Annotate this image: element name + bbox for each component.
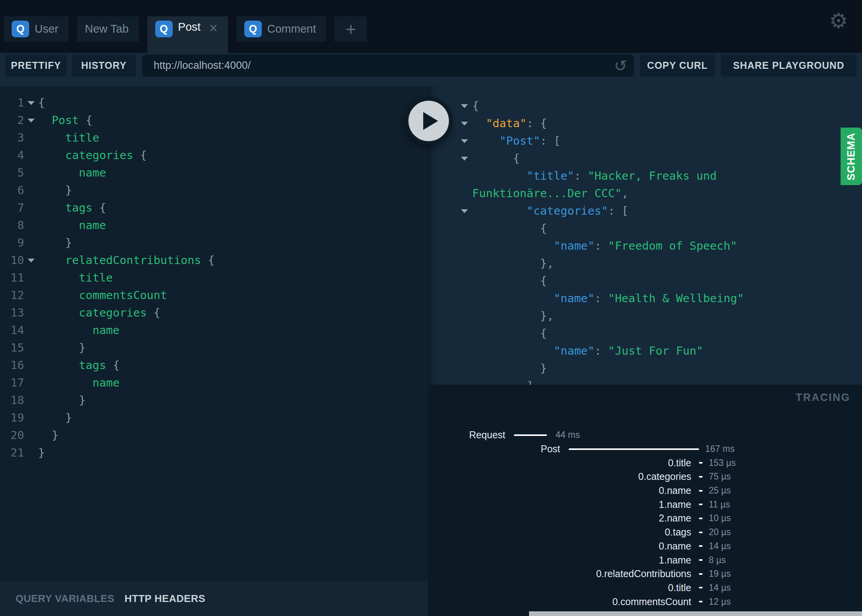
tab-http-headers[interactable]: HTTP HEADERS — [124, 593, 205, 605]
fold-arrow-icon[interactable] — [24, 94, 38, 112]
code-token: { — [540, 327, 547, 340]
fold-arrow-icon[interactable] — [461, 132, 472, 150]
code-token: "title" — [527, 169, 574, 182]
query-editor-pane[interactable]: 1{2Post {3title4categories {5name6}7tags… — [0, 86, 428, 581]
code-token: }, — [540, 309, 554, 322]
fold-arrow-slot — [24, 199, 38, 217]
tab-label: Comment — [267, 23, 316, 35]
code-token: { — [472, 99, 479, 112]
copy-curl-button[interactable]: COPY CURL — [640, 54, 715, 77]
code-token: { — [154, 306, 160, 319]
tracing-duration: 153 µs — [709, 458, 736, 468]
response-line: { — [428, 97, 862, 115]
code-token: { — [208, 254, 214, 267]
query-editor-lines: 1{2Post {3title4categories {5name6}7tags… — [0, 86, 428, 462]
endpoint-url-input[interactable] — [142, 60, 607, 72]
tab-new-tab[interactable]: New Tab — [77, 16, 138, 42]
code-token: } — [540, 362, 547, 375]
code-token: "Health & Wellbeing" — [608, 292, 744, 305]
tab-post[interactable]: QPost× — [147, 16, 228, 55]
code-text: title — [38, 129, 99, 147]
code-token: : — [540, 134, 554, 147]
response-json-lines: {"data": {"Post": [{"title": "Hacker, Fr… — [428, 86, 862, 385]
response-line: { — [428, 150, 862, 167]
editor-line: 14name — [0, 322, 428, 339]
fold-arrow-slot — [24, 182, 38, 199]
settings-gear-icon[interactable]: ⚙ — [829, 9, 848, 33]
code-text: categories { — [38, 304, 160, 322]
code-token: "name" — [554, 239, 595, 252]
code-text: name — [38, 322, 120, 339]
code-token: } — [52, 429, 58, 442]
reload-schema-icon[interactable]: ↺ — [607, 57, 634, 75]
tracing-row: 0.name25 µs — [428, 484, 862, 498]
code-token: categories — [79, 306, 154, 319]
code-text: "data": { — [472, 115, 547, 132]
fold-arrow-icon[interactable] — [461, 202, 472, 220]
response-line: Funktionäre...Der CCC", — [428, 185, 862, 202]
code-token: [ — [554, 134, 561, 147]
tracing-label: Request — [428, 429, 505, 441]
code-text: { — [38, 94, 45, 112]
close-tab-icon[interactable]: × — [209, 21, 218, 35]
response-line: ] — [428, 377, 862, 385]
tracing-label: 0.categories — [428, 471, 691, 482]
code-text: "name": "Just For Fun" — [472, 342, 703, 360]
code-token: name — [79, 166, 106, 179]
tracing-label: 0.relatedContributions — [428, 568, 691, 579]
fold-arrow-slot — [24, 322, 38, 339]
code-token: { — [86, 114, 92, 127]
line-number: 20 — [0, 427, 24, 444]
fold-arrow-icon[interactable] — [461, 115, 472, 132]
line-number: 12 — [0, 287, 24, 304]
horizontal-scrollbar[interactable] — [529, 611, 862, 616]
response-line: "name": "Just For Fun" — [428, 342, 862, 360]
code-text: title — [38, 269, 113, 287]
code-token: } — [79, 394, 86, 407]
fold-arrow-icon[interactable] — [461, 150, 472, 167]
triangle-down-icon — [461, 209, 468, 213]
code-text: "categories": [ — [472, 202, 629, 220]
fold-arrow-slot — [24, 339, 38, 357]
code-text: } — [38, 444, 45, 462]
graphql-playground: QUserNew TabQPost×QComment+ ⚙ PRETTIFY H… — [0, 0, 862, 616]
line-number: 14 — [0, 322, 24, 339]
code-token: "Post" — [499, 134, 540, 147]
code-token: { — [38, 96, 45, 109]
fold-arrow-icon[interactable] — [24, 112, 38, 129]
line-number: 16 — [0, 357, 24, 374]
fold-arrow-slot — [461, 360, 472, 377]
code-token: title — [65, 131, 99, 144]
code-text: "name": "Freedom of Speech" — [472, 237, 737, 255]
tab-comment[interactable]: QComment — [237, 16, 326, 42]
fold-arrow-icon[interactable] — [24, 252, 38, 269]
code-token: "data" — [486, 117, 527, 130]
editor-line: 2Post { — [0, 112, 428, 129]
editor-line: 4categories { — [0, 147, 428, 164]
history-button[interactable]: HISTORY — [72, 54, 136, 77]
add-tab-button[interactable]: + — [335, 16, 367, 42]
tab-query-variables[interactable]: QUERY VARIABLES — [16, 593, 114, 605]
tracing-title: TRACING — [796, 392, 851, 404]
fold-arrow-slot — [24, 304, 38, 322]
tracing-row: 0.tags20 µs — [428, 525, 862, 539]
code-text: { — [472, 97, 479, 115]
code-token: } — [65, 236, 72, 249]
tracing-duration: 11 µs — [709, 499, 730, 510]
schema-tab-button[interactable]: SCHEMA — [841, 128, 862, 185]
tab-user[interactable]: QUser — [4, 16, 68, 42]
prettify-button[interactable]: PRETTIFY — [5, 54, 67, 77]
code-text: { — [472, 272, 547, 290]
code-text: }, — [472, 255, 554, 272]
triangle-down-icon — [461, 122, 468, 126]
fold-arrow-slot — [24, 269, 38, 287]
duration-dash — [699, 518, 703, 519]
fold-arrow-icon[interactable] — [461, 97, 472, 115]
execute-button[interactable] — [405, 97, 453, 145]
share-playground-button[interactable]: SHARE PLAYGROUND — [721, 54, 857, 77]
tracing-row: Request44 ms — [428, 428, 862, 442]
tracing-row: 0.name14 µs — [428, 539, 862, 553]
response-line: "data": { — [428, 115, 862, 132]
code-token: name — [93, 376, 120, 389]
editor-line: 15} — [0, 339, 428, 357]
